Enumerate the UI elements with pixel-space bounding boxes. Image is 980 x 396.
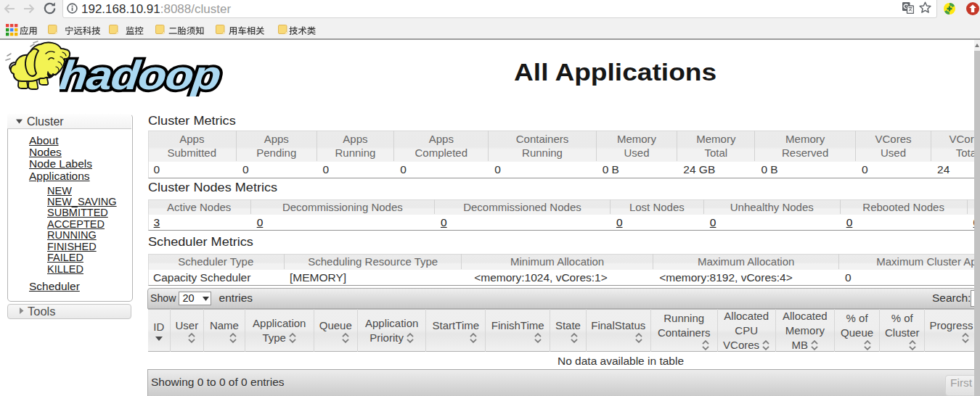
svg-text:hadoop: hadoop (60, 52, 223, 96)
